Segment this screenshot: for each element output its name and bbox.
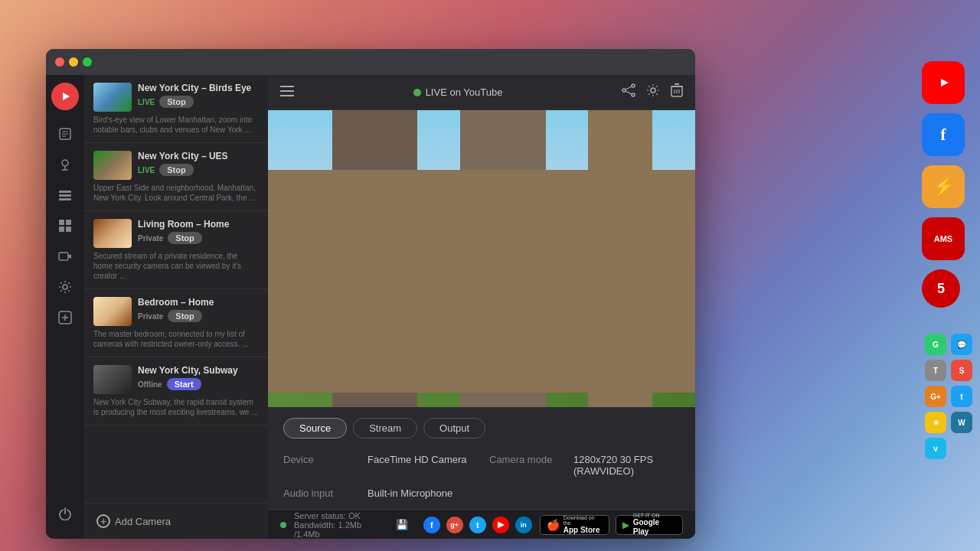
sidebar-settings-icon[interactable] [54,276,77,298]
linkedin-social-icon[interactable]: in [515,517,532,533]
minimize-button[interactable] [69,57,78,67]
small-icon-4[interactable]: S [951,360,972,381]
start-button[interactable]: Start [167,378,201,390]
sidebar-location-icon[interactable] [54,153,77,176]
small-icon-3[interactable]: T [925,360,946,381]
top-bar-actions [622,83,683,101]
small-icon-1[interactable]: G [925,334,946,355]
stop-button[interactable]: Stop [159,96,193,108]
camera-mode-value: 980x551 30 FPS (RAWVIDEO) [573,454,680,477]
street-overlay [268,110,695,407]
camera-thumbnail [93,219,132,248]
camera-name: New York City – UES [138,151,259,161]
camera-thumbnail [93,83,132,112]
camera-item[interactable]: New York City – Birds Eye LIVE Stop Bird… [84,75,268,143]
camera-status-row: Private Stop [138,310,259,322]
add-camera-button[interactable]: + Add Camera [84,503,268,539]
googleplay-icon: ▶ [622,520,629,530]
camera-item[interactable]: New York City, Subway Offline Start New … [84,357,268,425]
power-icon[interactable] [54,502,77,525]
tab-stream[interactable]: Stream [353,418,417,439]
menu-icon-button[interactable] [280,84,294,100]
twitter-social-icon[interactable]: t [469,517,486,533]
appstore-badge[interactable]: 🍎 Download on the App Store [540,515,609,535]
camera-description: New York City Subway, the rapid transit … [93,397,259,417]
audio-input-value: Built-in Microphone [368,487,452,499]
small-icon-2[interactable]: 💬 [951,334,972,355]
device-label: Device [283,454,360,465]
disk-icon[interactable]: 💾 [396,519,408,530]
app-window: New York City – Birds Eye LIVE Stop Bird… [46,49,695,539]
camera-name: New York City – Birds Eye [138,83,259,93]
s5-desktop-icon[interactable]: 5 [922,269,960,308]
camera-description: Upper East Side and neighborhood, Manhat… [93,183,259,203]
svg-rect-9 [59,191,71,193]
delete-button[interactable] [671,83,683,101]
small-icon-6[interactable]: t [951,386,972,407]
audio-input-label: Audio input [283,487,360,499]
add-camera-label: Add Camera [115,516,171,527]
top-bar: LIVE on YouTube [268,75,695,110]
social-icons: f g+ t ▶ in [423,517,532,533]
live-indicator: LIVE on YouTube [303,86,612,98]
sidebar-list-icon[interactable] [54,184,77,207]
source-info-grid: Device FaceTime HD Camera Camera mode 12… [283,454,680,499]
status-badge: Private [138,312,163,321]
maximize-button[interactable] [83,57,92,67]
share-button[interactable] [622,83,635,101]
small-icon-7[interactable]: ☀ [925,412,946,433]
tab-output[interactable]: Output [423,418,485,439]
camera-list: New York City – Birds Eye LIVE Stop Bird… [84,75,268,503]
camera-panel: New York City – Birds Eye LIVE Stop Bird… [84,75,268,539]
stop-button[interactable]: Stop [168,310,201,322]
svg-rect-15 [66,227,71,232]
title-bar [46,49,695,75]
traffic-lights [55,57,92,67]
camera-info: Living Room – Home Private Stop [138,219,259,244]
ams-desktop-icon[interactable]: AMS [922,217,965,260]
youtube-desktop-icon[interactable] [922,61,965,104]
small-icon-8[interactable]: W [951,412,972,433]
facebook-desktop-icon[interactable]: f [922,113,965,156]
thunder-desktop-icon[interactable]: ⚡ [922,165,965,208]
camera-item[interactable]: Living Room – Home Private Stop Secured … [84,211,268,289]
svg-point-29 [651,88,655,93]
video-preview [268,110,695,407]
stop-button[interactable]: Stop [168,232,201,244]
camera-info: New York City, Subway Offline Start [138,365,259,390]
camera-item[interactable]: New York City – UES LIVE Stop Upper East… [84,143,268,211]
small-desktop-icons: G 💬 T S G+ t ☀ W v [925,334,972,459]
googleplay-sub-label: GET IT ON [633,513,676,518]
youtube-social-icon[interactable]: ▶ [492,517,509,533]
server-status-dot [280,522,286,528]
googleplay-main-label: Google Play [633,518,676,536]
sidebar-video-icon[interactable] [54,245,77,268]
camera-description: The master bedroom, connected to my list… [93,329,259,349]
sidebar-grid-icon[interactable] [54,214,77,237]
camera-name: Bedroom – Home [138,297,259,308]
bottom-controls: Source Stream Output Device FaceTime HD … [268,407,695,510]
camera-thumbnail [93,297,132,326]
sidebar-plus-icon[interactable] [54,306,77,329]
live-dot [413,89,421,96]
camera-item[interactable]: Bedroom – Home Private Stop The master b… [84,289,268,357]
device-row: Device FaceTime HD Camera [283,454,474,477]
facebook-social-icon[interactable]: f [423,517,440,533]
camera-info: New York City – Birds Eye LIVE Stop [138,83,259,108]
app-logo-icon[interactable] [51,83,79,110]
stop-button[interactable]: Stop [159,164,193,176]
desktop-icon-group: f ⚡ AMS 5 [922,61,965,308]
googleplay-badge[interactable]: ▶ GET IT ON Google Play [616,515,683,535]
apple-icon: 🍎 [547,519,560,531]
camera-info: Bedroom – Home Private Stop [138,297,259,322]
small-icon-5[interactable]: G+ [925,386,946,407]
status-badge: LIVE [138,98,155,106]
tab-source[interactable]: Source [283,418,347,439]
app-body: New York City – Birds Eye LIVE Stop Bird… [46,75,695,539]
settings-button[interactable] [646,83,660,101]
camera-description: Bird's-eye view of Lower Manhattan, zoom… [93,115,259,135]
googleplus-social-icon[interactable]: g+ [446,517,463,533]
sidebar-book-icon[interactable] [54,122,77,145]
small-icon-9[interactable]: v [925,438,946,459]
close-button[interactable] [55,57,64,67]
